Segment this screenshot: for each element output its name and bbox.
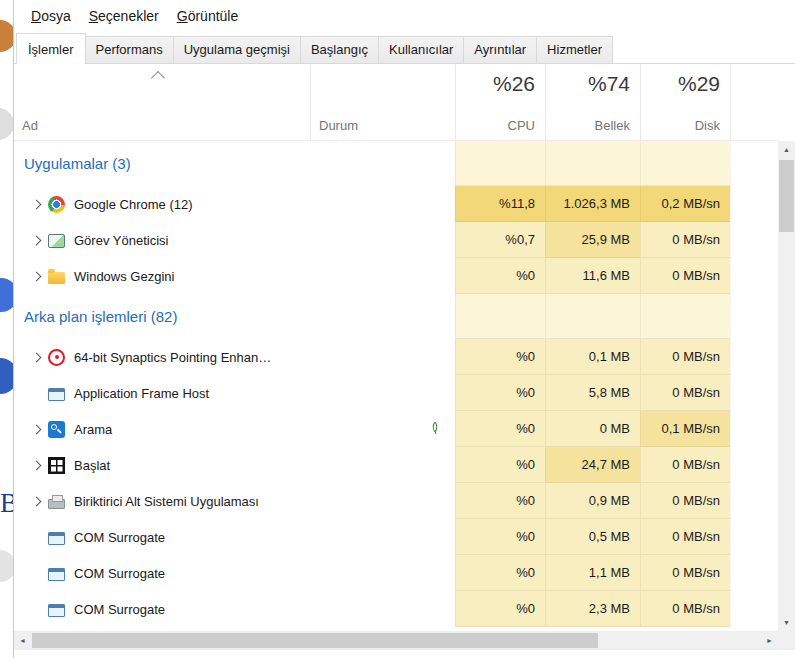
menu-dosya[interactable]: Dosya xyxy=(22,4,80,28)
expand-chevron-icon[interactable] xyxy=(24,201,48,208)
section-label: Uygulamalar (3) xyxy=(24,155,131,172)
empty-cell xyxy=(730,294,778,339)
spooler-icon xyxy=(48,499,65,509)
cpu-cell: %0 xyxy=(455,339,545,375)
vertical-scrollbar-thumb[interactable] xyxy=(779,160,794,232)
status-cell xyxy=(310,186,455,222)
name-cell: Windows Gezgini xyxy=(14,258,310,294)
process-row[interactable]: COM Surrogate%00,5 MB0 MB/sn xyxy=(14,519,778,555)
process-row[interactable]: Application Frame Host%05,8 MB0 MB/sn xyxy=(14,375,778,411)
column-header-name[interactable]: Ad xyxy=(14,64,310,140)
disk-cell: 0 MB/sn xyxy=(640,519,730,555)
memory-cell: 1,1 MB xyxy=(545,555,640,591)
empty-cell xyxy=(730,141,778,186)
chrome-icon xyxy=(48,196,65,213)
horizontal-scrollbar-thumb[interactable] xyxy=(32,633,598,648)
name-cell: COM Surrogate xyxy=(14,519,310,555)
process-name: 64-bit Synaptics Pointing Enhan… xyxy=(74,350,271,365)
disk-cell xyxy=(640,294,730,339)
empty-cell xyxy=(730,411,778,447)
memory-cell xyxy=(545,141,640,186)
disk-cell: 0 MB/sn xyxy=(640,483,730,519)
disk-cell: 0,1 MB/sn xyxy=(640,411,730,447)
empty-cell xyxy=(730,447,778,483)
column-header-cpu-label: CPU xyxy=(508,118,535,133)
expand-chevron-icon[interactable] xyxy=(24,426,48,433)
memory-cell: 2,3 MB xyxy=(545,591,640,627)
memory-cell: 24,7 MB xyxy=(545,447,640,483)
tab-baslangic[interactable]: Başlangıç xyxy=(300,36,379,63)
app-window-icon xyxy=(48,532,65,545)
status-cell xyxy=(310,519,455,555)
memory-cell: 25,9 MB xyxy=(545,222,640,258)
tab-uygulama-gecmisi[interactable]: Uygulama geçmişi xyxy=(173,36,301,63)
section-label: Arka plan işlemleri (82) xyxy=(24,308,177,325)
tab-performans[interactable]: Performans xyxy=(85,36,174,63)
empty-cell xyxy=(730,519,778,555)
process-name: Application Frame Host xyxy=(74,386,209,401)
process-row[interactable]: Google Chrome (12)%11,81.026,3 MB0,2 MB/… xyxy=(14,186,778,222)
column-header-empty xyxy=(730,64,778,140)
cpu-cell: %0 xyxy=(455,483,545,519)
column-header-cpu[interactable]: %26 CPU xyxy=(455,64,545,140)
name-cell: Biriktirici Alt Sistemi Uygulaması xyxy=(14,483,310,519)
process-row[interactable]: Görev Yöneticisi%0,725,9 MB0 MB/sn xyxy=(14,222,778,258)
process-row[interactable]: Başlat%024,7 MB0 MB/sn xyxy=(14,447,778,483)
tab-ayrintilar[interactable]: Ayrıntılar xyxy=(463,36,537,63)
chevron-right-glyph xyxy=(31,460,41,470)
search-app-icon xyxy=(48,421,65,438)
chevron-right-glyph xyxy=(31,199,41,209)
column-header-memory-label: Bellek xyxy=(595,118,630,133)
process-row[interactable]: 64-bit Synaptics Pointing Enhan…%00,1 MB… xyxy=(14,339,778,375)
scrollbar-corner xyxy=(778,631,795,650)
status-cell xyxy=(310,222,455,258)
status-cell xyxy=(310,141,455,186)
expand-chevron-icon[interactable] xyxy=(24,462,48,469)
app-window-icon xyxy=(48,388,65,401)
process-row[interactable]: Windows Gezgini%011,6 MB0 MB/sn xyxy=(14,258,778,294)
expand-chevron-icon[interactable] xyxy=(24,237,48,244)
scroll-up-icon[interactable]: ▲ xyxy=(778,141,795,158)
name-cell: 64-bit Synaptics Pointing Enhan… xyxy=(14,339,310,375)
horizontal-scrollbar[interactable]: ◄ ► xyxy=(14,631,778,650)
cpu-cell: %0 xyxy=(455,447,545,483)
column-header-status[interactable]: Durum xyxy=(310,64,455,140)
process-name: Arama xyxy=(74,422,112,437)
process-row[interactable]: COM Surrogate%01,1 MB0 MB/sn xyxy=(14,555,778,591)
scroll-right-icon[interactable]: ► xyxy=(761,631,778,650)
process-row[interactable]: Arama%00 MB0,1 MB/sn xyxy=(14,411,778,447)
column-header-disk[interactable]: %29 Disk xyxy=(640,64,730,140)
column-header-disk-label: Disk xyxy=(695,118,720,133)
expand-chevron-icon[interactable] xyxy=(24,354,48,361)
section-row[interactable]: Uygulamalar (3) xyxy=(14,141,778,186)
expand-chevron-icon[interactable] xyxy=(24,273,48,280)
memory-cell: 0,1 MB xyxy=(545,339,640,375)
cpu-cell xyxy=(455,141,545,186)
name-cell: Uygulamalar (3) xyxy=(14,141,310,186)
process-row[interactable]: COM Surrogate%02,3 MB0 MB/sn xyxy=(14,591,778,627)
empty-cell xyxy=(730,258,778,294)
process-name: COM Surrogate xyxy=(74,566,165,581)
menu-goruntule[interactable]: Görüntüle xyxy=(168,4,247,28)
task-manager-screenshot: { "desktop": { "background_letter": "B" … xyxy=(0,0,795,658)
name-cell: COM Surrogate xyxy=(14,591,310,627)
tab-hizmetler[interactable]: Hizmetler xyxy=(536,36,613,63)
sort-ascending-icon xyxy=(151,71,165,85)
cpu-cell: %0 xyxy=(455,375,545,411)
scroll-down-icon[interactable]: ▼ xyxy=(778,614,795,631)
scroll-left-icon[interactable]: ◄ xyxy=(14,631,31,650)
vertical-scrollbar[interactable]: ▲ ▼ xyxy=(778,141,795,631)
name-cell: Arama xyxy=(14,411,310,447)
process-row[interactable]: Biriktirici Alt Sistemi Uygulaması%00,9 … xyxy=(14,483,778,519)
menu-secenekler[interactable]: Seçenekler xyxy=(80,4,168,28)
section-row[interactable]: Arka plan işlemleri (82) xyxy=(14,294,778,339)
process-name: COM Surrogate xyxy=(74,602,165,617)
column-header-memory[interactable]: %74 Bellek xyxy=(545,64,640,140)
start-icon xyxy=(48,457,65,474)
tab-kullanicilar[interactable]: Kullanıcılar xyxy=(378,36,464,63)
name-cell: Application Frame Host xyxy=(14,375,310,411)
tab-islemler[interactable]: İşlemler xyxy=(16,33,86,64)
status-cell xyxy=(310,555,455,591)
expand-chevron-icon[interactable] xyxy=(24,498,48,505)
memory-cell: 11,6 MB xyxy=(545,258,640,294)
